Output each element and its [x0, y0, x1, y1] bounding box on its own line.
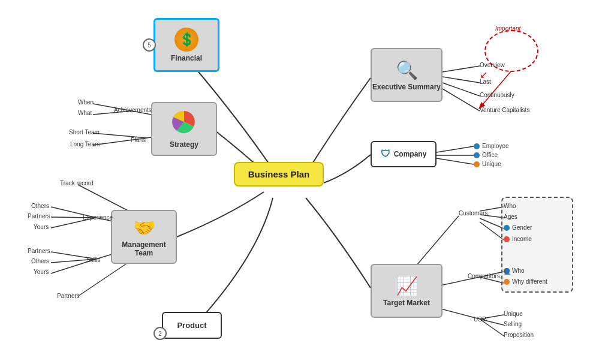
svg-line-6: [437, 158, 474, 164]
target-income: Income: [504, 236, 532, 242]
target-who1: Who: [504, 203, 516, 209]
executive-icon: 🔍: [396, 59, 418, 80]
product-node[interactable]: Product: [162, 312, 222, 339]
target-icon: 📈: [396, 275, 418, 296]
target-whydiff: Why different: [504, 278, 547, 285]
competitors-label: Competitors: [468, 273, 500, 279]
exec-overview: Overview: [480, 62, 505, 68]
company-label: Company: [394, 150, 427, 158]
mgmt-yours2: Yours: [34, 269, 49, 275]
company-office: Office: [474, 152, 498, 158]
mgmt-partners2: Partners: [28, 248, 50, 254]
dot-orange2: [504, 279, 510, 285]
strategy-node[interactable]: Strategy: [151, 102, 217, 156]
dot-red1: [504, 236, 510, 242]
dot-user: 👤: [504, 268, 510, 274]
mgmt-others2: Others: [31, 258, 49, 264]
target-who2: 👤 Who: [504, 267, 525, 274]
usp-label: USP: [474, 316, 486, 323]
strategy-icon: [172, 110, 196, 138]
strategy-what: What: [78, 110, 92, 116]
product-num-circle: 2: [153, 327, 167, 340]
mgmt-experience: Experience: [83, 214, 113, 221]
product-label: Product: [177, 321, 206, 330]
mgmt-others1: Others: [31, 203, 49, 209]
svg-line-0: [443, 66, 480, 72]
important-label: Important: [495, 25, 520, 32]
target-ages: Ages: [504, 213, 517, 220]
mgmt-skills: Skills: [86, 257, 100, 263]
executive-node[interactable]: 🔍 Executive Summary: [371, 48, 443, 102]
strategy-long: Long Team: [70, 141, 100, 148]
target-node[interactable]: 📈 Target Market: [371, 264, 443, 318]
mindmap-canvas: Business Plan 💲 Financial 5 Strategy Ach…: [0, 0, 593, 364]
dot-orange1: [474, 161, 480, 167]
annotation-arrow: ↙: [480, 69, 487, 80]
svg-line-4: [437, 146, 474, 152]
dot-blue3: [504, 225, 510, 231]
financial-num-circle: 5: [143, 38, 156, 52]
company-node[interactable]: 🛡 Company: [371, 141, 437, 167]
strategy-short: Short Team: [69, 129, 100, 136]
strategy-when: When: [78, 99, 94, 106]
mgmt-track: Track record: [60, 180, 94, 186]
company-icon: 🛡: [381, 149, 390, 160]
financial-label: Financial: [171, 54, 202, 62]
executive-label: Executive Summary: [372, 83, 441, 91]
dot-blue1: [474, 143, 480, 149]
target-gender: Gender: [504, 224, 532, 231]
central-node[interactable]: Business Plan: [234, 162, 324, 186]
target-label: Target Market: [383, 299, 430, 307]
dot-blue2: [474, 152, 480, 158]
strategy-achievements: Achievements: [114, 107, 152, 113]
mgmt-yours1: Yours: [34, 224, 49, 230]
mgmt-partners1: Partners: [28, 213, 50, 219]
target-proposition: Proposition: [504, 332, 534, 338]
company-unique: Unique: [474, 161, 501, 167]
svg-line-3: [443, 89, 480, 111]
management-icon: 🤝: [133, 217, 155, 238]
financial-node[interactable]: 💲 Financial: [153, 18, 219, 72]
strategy-plans: Plans: [131, 137, 146, 143]
management-node[interactable]: 🤝 Management Team: [111, 210, 177, 264]
central-label: Business Plan: [248, 169, 310, 179]
svg-line-2: [443, 83, 480, 96]
financial-icon: 💲: [174, 28, 198, 52]
target-selling: Selling: [504, 321, 522, 327]
company-employee: Employee: [474, 143, 508, 149]
management-label: Management Team: [112, 240, 176, 257]
exec-continuously: Continuously: [480, 92, 514, 98]
svg-line-1: [443, 77, 480, 83]
target-unique: Unique: [504, 311, 523, 317]
customers-label: Customers: [459, 210, 487, 216]
svg-line-10: [480, 218, 504, 228]
exec-venture: Venture Capitalists: [480, 107, 529, 113]
svg-line-11: [480, 222, 504, 240]
strategy-label: Strategy: [170, 140, 198, 149]
mgmt-partners3: Partners: [57, 293, 80, 299]
